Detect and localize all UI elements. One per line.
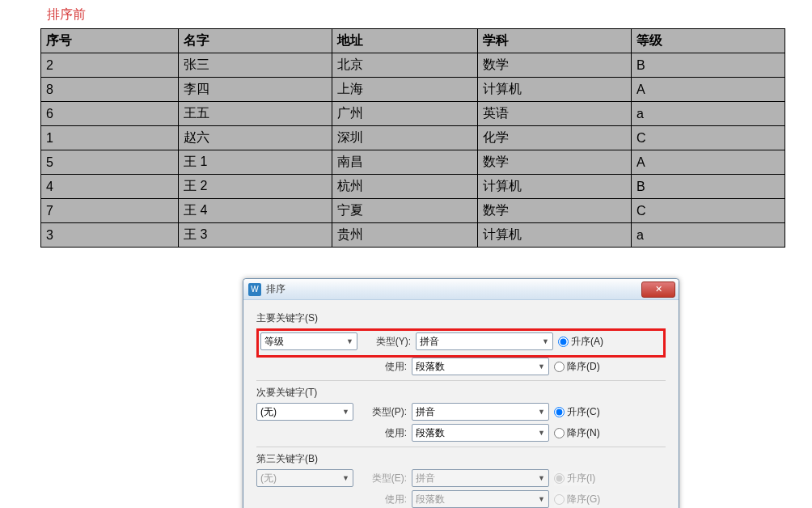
radio-input[interactable] xyxy=(554,362,565,372)
table-row: 2张三北京数学B xyxy=(41,53,785,78)
secondary-desc-text: 降序(N) xyxy=(567,426,600,440)
cell: 赵六 xyxy=(179,126,332,150)
primary-key-label: 主要关键字(S) xyxy=(256,311,666,325)
cell: 4 xyxy=(41,175,179,199)
cell: 3 xyxy=(41,223,179,248)
primary-use-label: 使用: xyxy=(358,360,407,374)
primary-type-value: 拼音 xyxy=(420,335,439,349)
app-icon: W xyxy=(248,283,261,296)
primary-use-combo[interactable]: 段落数 ▼ xyxy=(412,358,549,375)
table-header-row: 序号 名字 地址 学科 等级 xyxy=(41,29,785,53)
secondary-key-combo[interactable]: (无) ▼ xyxy=(256,403,353,421)
chevron-down-icon: ▼ xyxy=(346,337,353,345)
cell: 数学 xyxy=(478,150,632,175)
secondary-use-value: 段落数 xyxy=(416,426,445,440)
cell: a xyxy=(632,102,785,126)
primary-type-label: 类型(Y): xyxy=(362,335,411,349)
secondary-type-label: 类型(P): xyxy=(358,405,407,419)
cell: a xyxy=(632,223,785,248)
data-table-wrap: 序号 名字 地址 学科 等级 2张三北京数学B 8李四上海计算机A 6王五广州英… xyxy=(40,28,812,248)
th-seq: 序号 xyxy=(41,29,179,53)
third-use-label: 使用: xyxy=(358,493,407,506)
cell: 8 xyxy=(41,78,179,102)
third-use-value: 段落数 xyxy=(416,493,445,506)
table-row: 6王五广州英语a xyxy=(41,102,785,126)
third-key-combo: (无) ▼ xyxy=(256,469,353,487)
cell: 数学 xyxy=(478,53,632,78)
table-row: 3王 3贵州计算机a xyxy=(41,223,785,248)
primary-use-value: 段落数 xyxy=(416,360,445,374)
close-button[interactable]: ✕ xyxy=(641,282,675,298)
cell: 广州 xyxy=(332,102,478,126)
chevron-down-icon: ▼ xyxy=(538,429,545,437)
secondary-use-label: 使用: xyxy=(358,426,407,440)
primary-key-value: 等级 xyxy=(264,335,284,349)
cell: 深圳 xyxy=(332,126,478,150)
cell: 数学 xyxy=(478,199,632,223)
primary-asc-radio[interactable]: 升序(A) xyxy=(558,335,603,349)
secondary-use-combo[interactable]: 段落数 ▼ xyxy=(412,424,549,442)
chevron-down-icon: ▼ xyxy=(542,337,549,345)
cell: 王 2 xyxy=(179,175,332,199)
cell: 杭州 xyxy=(332,175,478,199)
th-subj: 学科 xyxy=(478,29,632,53)
chevron-down-icon: ▼ xyxy=(342,408,349,416)
radio-input[interactable] xyxy=(554,428,565,438)
cell: 2 xyxy=(41,53,179,78)
close-icon: ✕ xyxy=(655,284,662,294)
radio-input[interactable] xyxy=(554,407,565,417)
cell: 王 3 xyxy=(179,223,332,248)
third-key-label: 第三关键字(B) xyxy=(256,452,666,466)
cell: A xyxy=(632,150,785,175)
secondary-key-label: 次要关键字(T) xyxy=(256,386,666,400)
cell: 6 xyxy=(41,102,179,126)
primary-desc-text: 降序(D) xyxy=(567,360,600,374)
radio-input xyxy=(554,494,565,505)
third-type-combo: 拼音 ▼ xyxy=(412,469,549,487)
cell: 李四 xyxy=(179,78,332,102)
cell: 张三 xyxy=(179,53,332,78)
primary-type-combo[interactable]: 拼音 ▼ xyxy=(416,332,553,350)
cell: 计算机 xyxy=(478,223,632,248)
third-asc-text: 升序(I) xyxy=(567,472,595,485)
primary-highlight-box: 等级 ▼ 类型(Y): 拼音 ▼ 升序(A) xyxy=(256,328,666,358)
chevron-down-icon: ▼ xyxy=(538,408,545,416)
secondary-asc-radio[interactable]: 升序(C) xyxy=(554,405,600,419)
third-desc-radio: 降序(G) xyxy=(554,493,600,506)
primary-desc-radio[interactable]: 降序(D) xyxy=(554,360,600,374)
cell: 王 4 xyxy=(179,199,332,223)
primary-key-combo[interactable]: 等级 ▼ xyxy=(260,332,357,350)
caption-before-sort: 排序前 xyxy=(47,6,812,23)
cell: 7 xyxy=(41,199,179,223)
third-key-value: (无) xyxy=(260,472,277,485)
dialog-title: 排序 xyxy=(266,282,641,296)
table-row: 1赵六深圳化学C xyxy=(41,126,785,150)
secondary-type-combo[interactable]: 拼音 ▼ xyxy=(412,403,549,421)
radio-input[interactable] xyxy=(558,337,569,347)
dialog-titlebar[interactable]: W 排序 ✕ xyxy=(243,279,679,300)
cell: 宁夏 xyxy=(332,199,478,223)
cell: 王 1 xyxy=(179,150,332,175)
th-name: 名字 xyxy=(179,29,332,53)
third-asc-radio: 升序(I) xyxy=(554,472,595,485)
primary-asc-text: 升序(A) xyxy=(571,335,603,349)
cell: 南昌 xyxy=(332,150,478,175)
cell: 计算机 xyxy=(478,78,632,102)
secondary-asc-text: 升序(C) xyxy=(567,405,600,419)
th-addr: 地址 xyxy=(332,29,478,53)
secondary-key-value: (无) xyxy=(260,405,277,419)
secondary-type-value: 拼音 xyxy=(416,405,435,419)
secondary-desc-radio[interactable]: 降序(N) xyxy=(554,426,600,440)
chevron-down-icon: ▼ xyxy=(538,362,545,370)
third-type-value: 拼音 xyxy=(416,472,435,485)
table-row: 8李四上海计算机A xyxy=(41,78,785,102)
table-row: 5王 1南昌数学A xyxy=(41,150,785,175)
cell: 1 xyxy=(41,126,179,150)
chevron-down-icon: ▼ xyxy=(342,474,349,482)
third-type-label: 类型(E): xyxy=(358,472,407,485)
cell: 贵州 xyxy=(332,223,478,248)
cell: A xyxy=(632,78,785,102)
separator xyxy=(256,447,666,447)
radio-input xyxy=(554,473,565,484)
table-row: 7王 4宁夏数学C xyxy=(41,199,785,223)
